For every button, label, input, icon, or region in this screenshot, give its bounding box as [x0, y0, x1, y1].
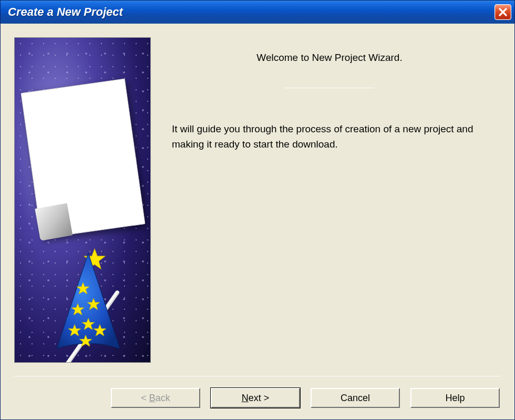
button-row: < Back Next > Cancel Help: [14, 388, 501, 408]
back-button: < Back: [111, 388, 200, 408]
wizard-window: Create a New Project: [0, 0, 515, 420]
window-title: Create a New Project: [8, 5, 123, 19]
next-button[interactable]: Next >: [211, 388, 300, 408]
body-paragraph: It will guide you through the process of…: [172, 122, 487, 152]
welcome-heading: Welcome to New Project Wizard.: [172, 52, 487, 64]
separator: [14, 376, 501, 376]
text-panel: Welcome to New Project Wizard. It will g…: [151, 37, 501, 369]
paper-graphic: [20, 78, 145, 238]
close-icon: [498, 7, 508, 17]
back-mnemonic: B: [149, 393, 156, 403]
titlebar: Create a New Project: [1, 1, 514, 24]
wizard-image-panel: [14, 37, 151, 363]
wizard-hat-icon: [52, 251, 125, 351]
paper-curl: [35, 203, 73, 241]
close-button[interactable]: [495, 4, 511, 20]
client-area: Welcome to New Project Wizard. It will g…: [1, 24, 514, 419]
content-row: Welcome to New Project Wizard. It will g…: [14, 37, 501, 369]
small-divider: [285, 88, 374, 88]
next-mnemonic: N: [242, 393, 249, 403]
cancel-button[interactable]: Cancel: [311, 388, 400, 408]
help-button[interactable]: Help: [410, 388, 500, 408]
